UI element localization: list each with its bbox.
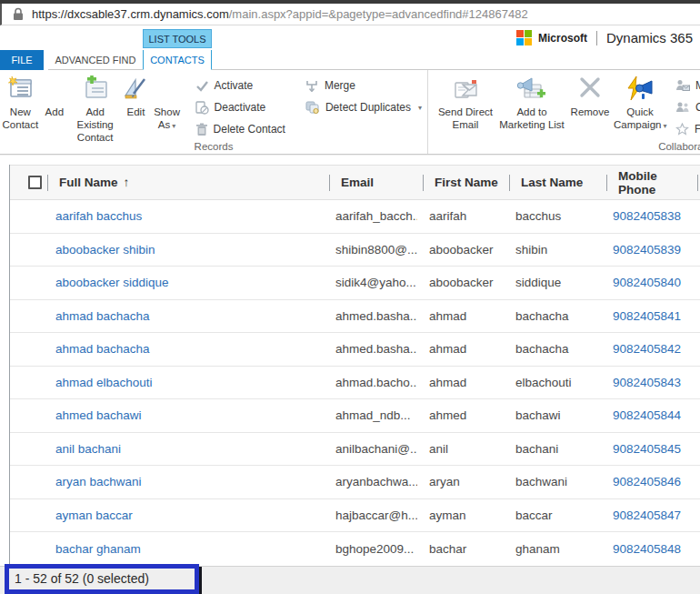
ribbon-group-records: New Contact Add Add Existing Contact [0, 70, 427, 154]
send-direct-email-button[interactable]: Send Direct Email [435, 70, 495, 154]
table-row[interactable]: ahmad bachacha ahmed.basha... ahmad bach… [10, 300, 700, 334]
tab-bar-filler [212, 50, 700, 70]
table-row[interactable]: aarifah bacchus aarifah_bacch... aarifah… [10, 200, 700, 234]
connect-people-icon [675, 101, 690, 114]
contact-link[interactable]: aryan bachwani [55, 475, 142, 488]
ribbon-group-collaborate: Send Direct Email Add to Marketing List [427, 70, 700, 154]
collaborate-group-label: Collaborate [658, 141, 700, 152]
contact-link[interactable]: ahmad bachacha [55, 342, 150, 356]
phone-link[interactable]: 9082405840 [613, 276, 681, 289]
table-row[interactable]: aboobacker shibin shibin8800@... aboobac… [10, 234, 700, 267]
contact-link[interactable]: bachar ghanam [55, 542, 141, 556]
phone-link[interactable]: 9082405842 [613, 342, 681, 356]
column-header-last-name[interactable]: Last Name [504, 166, 601, 199]
table-row[interactable]: bachar ghanam bghope2009... bachar ghana… [10, 532, 700, 566]
contact-link[interactable]: ahmed bachawi [55, 408, 142, 422]
select-all-cell [10, 166, 42, 199]
phone-link[interactable]: 9082405843 [613, 376, 681, 389]
contacts-grid: Full Name↑ Email First Name Last Name Mo… [9, 165, 700, 566]
table-row[interactable]: aryan bachwani aryanbachwa... aryan bach… [10, 466, 700, 499]
phone-link[interactable]: 9082405846 [613, 475, 681, 488]
column-header-mobile-phone[interactable]: Mobile Phone [601, 166, 700, 199]
product-name: Dynamics 365 [606, 30, 693, 45]
new-contact-icon [6, 74, 34, 106]
column-header-full-name[interactable]: Full Name↑ [42, 166, 324, 199]
browser-address-bar[interactable]: https://dxcsable37.crm.dynamics.com/main… [0, 4, 700, 25]
table-row[interactable]: aboobacker siddique sidik4@yaho... aboob… [10, 267, 700, 300]
sort-ascending-icon: ↑ [124, 176, 130, 189]
column-header-email[interactable]: Email [324, 166, 417, 199]
deactivate-icon [195, 101, 209, 115]
contact-link[interactable]: aboobacker siddique [55, 276, 169, 289]
phone-link[interactable]: 9082405848 [613, 542, 681, 556]
connect-button[interactable]: Conn [670, 96, 700, 118]
page-url: https://dxcsable37.crm.dynamics.com/main… [32, 7, 528, 21]
contact-link[interactable]: anil bachani [55, 442, 121, 456]
merge-button[interactable]: Merge [300, 75, 427, 96]
annotation-highlight-box: 1 - 52 of 52 (0 selected) [5, 564, 199, 594]
remove-x-icon [578, 74, 602, 106]
phone-link[interactable]: 9082405847 [613, 508, 681, 522]
ribbon: New Contact Add Add Existing Contact [0, 70, 700, 155]
trash-icon [195, 123, 208, 136]
phone-link[interactable]: 9082405845 [613, 442, 681, 456]
record-count-text: 1 - 52 of 52 (0 selected) [9, 571, 149, 586]
phone-link[interactable]: 9082405841 [613, 309, 681, 323]
app-header: Microsoft Dynamics 365 LIST TOOLS FILE A… [0, 25, 700, 70]
follow-button[interactable]: Follo [670, 118, 700, 140]
brand-lockup: Microsoft Dynamics 365 [516, 30, 693, 45]
merge-icon [305, 79, 319, 92]
microsoft-wordmark: Microsoft [538, 32, 587, 45]
remove-button[interactable]: Remove [568, 70, 612, 154]
tab-file[interactable]: FILE [0, 50, 44, 70]
add-existing-contact-icon [82, 74, 109, 106]
ribbon-tab-bar: FILE ADVANCED FIND CONTACTS [0, 50, 700, 70]
grid-header-row: Full Name↑ Email First Name Last Name Mo… [10, 165, 700, 200]
table-row[interactable]: ahmad bachacha ahmed.basha... ahmad bach… [10, 333, 700, 367]
activate-button[interactable]: Activate [190, 75, 291, 96]
contact-link[interactable]: ayman baccar [55, 508, 133, 522]
chevron-down-icon: ▾ [418, 104, 422, 112]
delete-contact-button[interactable]: Delete Contact [190, 118, 291, 140]
chevron-down-icon: ▾ [663, 122, 666, 130]
send-email-icon [450, 74, 481, 106]
tab-contacts[interactable]: CONTACTS [143, 50, 212, 70]
chevron-down-icon: ▾ [172, 122, 175, 130]
table-row[interactable]: ahmed bachawi ahmad_ndb... ahmed bachawi… [10, 399, 700, 433]
edit-icon [122, 74, 149, 106]
brand-divider [596, 31, 597, 45]
follow-star-icon [675, 123, 689, 136]
detect-duplicates-icon [305, 101, 320, 115]
contact-link[interactable]: aboobacker shibin [55, 243, 155, 257]
detect-duplicates-button[interactable]: Detect Duplicates▾ [300, 96, 427, 118]
contact-link[interactable]: aarifah bacchus [55, 209, 142, 223]
add-to-marketing-list-button[interactable]: Add to Marketing List [495, 70, 568, 154]
grid-status-bar: 1 - 52 of 52 (0 selected) [0, 566, 700, 594]
microsoft-logo-icon [516, 30, 532, 45]
table-row[interactable]: ahmad elbachouti ahmad.bacho... ahmad el… [10, 367, 700, 400]
phone-link[interactable]: 9082405838 [613, 209, 681, 223]
quick-campaign-icon [624, 74, 656, 106]
mail-merge-icon [675, 79, 690, 92]
marketing-list-icon [515, 74, 548, 106]
records-group-label: Records [0, 141, 427, 152]
table-row[interactable]: anil bachani anilbachani@... anil bachan… [10, 433, 700, 467]
contextual-tab-group-list-tools: LIST TOOLS [143, 29, 212, 48]
phone-link[interactable]: 9082405844 [613, 408, 681, 422]
tab-advanced-find[interactable]: ADVANCED FIND [48, 50, 143, 70]
phone-link[interactable]: 9082405839 [613, 243, 681, 257]
column-header-first-name[interactable]: First Name [417, 166, 504, 199]
lock-icon [13, 7, 24, 21]
activate-icon [195, 80, 209, 92]
table-row[interactable]: ayman baccar hajbaccar@h... ayman baccar… [10, 499, 700, 533]
mail-merge-button[interactable]: Mail [670, 75, 700, 96]
contact-link[interactable]: ahmad elbachouti [55, 376, 153, 389]
select-all-checkbox[interactable] [28, 176, 42, 189]
contact-link[interactable]: ahmad bachacha [55, 309, 150, 323]
deactivate-button[interactable]: Deactivate [190, 96, 291, 118]
